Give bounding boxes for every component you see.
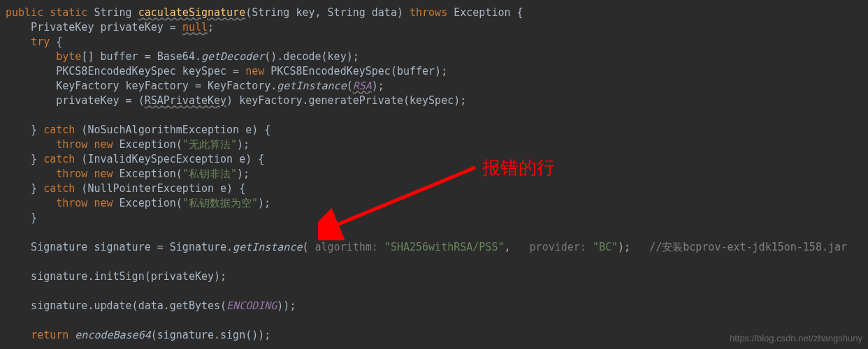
code-line: } catch (NoSuchAlgorithmException e) { xyxy=(6,124,270,136)
parameter-hint: provider: xyxy=(530,241,586,253)
code-line: KeyFactory keyFactory = KeyFactory.getIn… xyxy=(6,80,384,92)
code-line: signature.initSign(privateKey); xyxy=(6,270,226,283)
code-line: public static String caculateSignature(S… xyxy=(6,6,523,19)
code-line: } catch (InvalidKeySpecException e) { xyxy=(6,153,264,165)
code-line: throw new Exception("无此算法"); xyxy=(6,138,249,151)
code-line: } catch (NullPointerException e) { xyxy=(6,182,245,195)
code-line: signature.update(data.getBytes(ENCODING)… xyxy=(6,299,296,312)
code-line: } xyxy=(6,211,37,224)
code-line: throw new Exception("私钥数据为空"); xyxy=(6,197,270,209)
code-line: Signature signature = Signature.getInsta… xyxy=(6,241,847,253)
code-line: try { xyxy=(6,36,62,48)
code-line: throw new Exception("私钥非法"); xyxy=(6,168,249,180)
code-line: privateKey = (RSAPrivateKey) keyFactory.… xyxy=(6,94,466,107)
code-line: byte[] buffer = Base64.getDecoder().deco… xyxy=(6,50,359,63)
method-name: caculateSignature xyxy=(138,6,246,19)
code-editor[interactable]: public static String caculateSignature(S… xyxy=(6,6,868,343)
parameter-hint: algorithm: xyxy=(315,241,378,253)
code-line: PrivateKey privateKey = null; xyxy=(6,21,214,34)
code-line: PKCS8EncodedKeySpec keySpec = new PKCS8E… xyxy=(6,65,447,77)
code-line: return encodeBase64(signature.sign()); xyxy=(6,329,270,341)
watermark: https://blog.csdn.net/zhangshuny xyxy=(730,332,862,345)
